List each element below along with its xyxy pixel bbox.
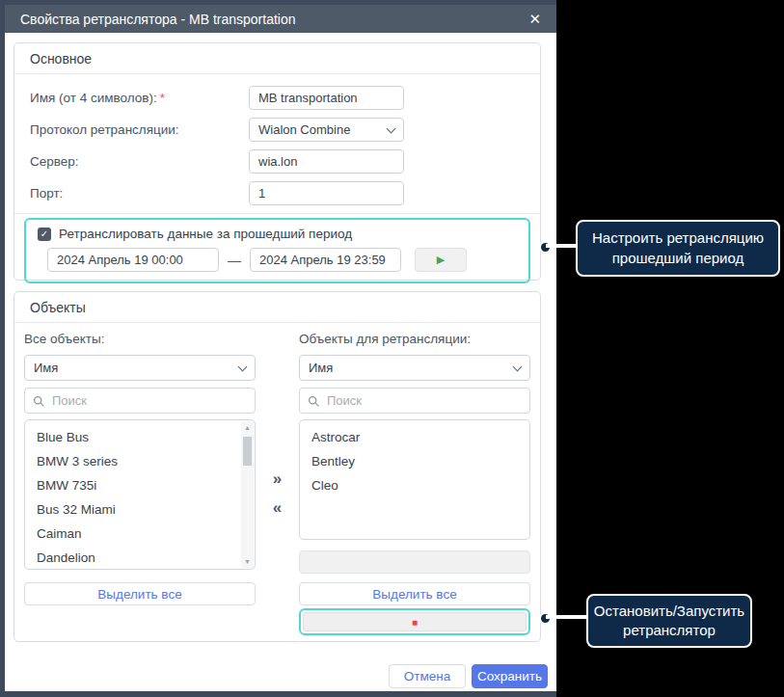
all-objects-search-input[interactable] — [24, 388, 256, 414]
retranslation-objects-label: Объекты для ретрансляции: — [299, 332, 530, 346]
callout-stop-start: Остановить/Запустить ретранслятор — [586, 594, 752, 648]
port-input[interactable] — [249, 181, 404, 205]
transfer-add-icon[interactable]: » — [273, 470, 282, 487]
dialog-frame: Свойства ретранслятора - MB transportati… — [0, 0, 556, 697]
objects-section-title: Объекты — [14, 292, 540, 323]
scroll-up-icon[interactable]: ▲ — [244, 424, 251, 431]
past-period-checkbox-checked[interactable]: ✓ — [38, 228, 51, 241]
retranslator-properties-dialog: Свойства ретранслятора - MB transportati… — [5, 5, 556, 691]
list-item[interactable]: Bentley — [300, 449, 529, 473]
date-range-separator: — — [228, 253, 241, 268]
required-mark: * — [160, 91, 165, 105]
protocol-label: Протокол ретрансляции: — [30, 122, 249, 137]
protocol-field-row: Протокол ретрансляции: Wialon Combine — [30, 118, 525, 142]
callout-connector-line — [546, 615, 588, 619]
retranslation-objects-sort-select[interactable]: Имя — [299, 355, 530, 381]
chevron-down-icon — [238, 362, 248, 371]
list-item[interactable]: Dandelion — [25, 546, 255, 570]
retranslation-objects-search-input[interactable] — [299, 388, 530, 414]
list-item[interactable]: Blue Bus — [25, 425, 255, 449]
transfer-controls: » « — [256, 326, 299, 635]
scrollbar-thumb[interactable] — [243, 437, 252, 466]
protocol-select-value: Wialon Combine — [258, 122, 350, 137]
cancel-button[interactable]: Отмена — [389, 664, 466, 688]
play-icon: ▶ — [437, 254, 445, 266]
stop-start-button-highlight: ■ — [299, 608, 530, 635]
retranslation-objects-search — [299, 388, 530, 414]
chevron-down-icon — [513, 362, 523, 371]
all-objects-select-all-button[interactable]: Выделить все — [24, 582, 256, 605]
close-icon[interactable]: ✕ — [528, 12, 541, 26]
list-item[interactable]: BMW 735i — [25, 473, 255, 497]
server-input[interactable] — [249, 149, 404, 174]
port-label: Порт: — [30, 186, 249, 201]
main-fields: Имя (от 4 символов):* Протокол ретрансля… — [14, 74, 540, 205]
main-section-title: Основное — [14, 43, 540, 74]
retranslation-progress-bar — [299, 550, 530, 574]
retranslation-objects-column: Объекты для ретрансляции: Имя Astrocar B… — [299, 326, 530, 635]
objects-section: Объекты Все объекты: Имя Bl — [14, 291, 541, 642]
port-field-row: Порт: — [30, 181, 525, 205]
all-objects-search — [24, 388, 256, 414]
name-input[interactable] — [249, 86, 404, 110]
name-field-row: Имя (от 4 символов):* — [30, 86, 525, 110]
retranslation-objects-select-all-button[interactable]: Выделить все — [299, 582, 530, 605]
past-period-panel: ✓ Ретранслировать данные за прошедший пе… — [24, 218, 530, 283]
list-item[interactable]: BMW 3 series — [25, 449, 255, 473]
divider — [14, 213, 540, 214]
date-from-input[interactable] — [47, 248, 219, 272]
all-objects-sort-select[interactable]: Имя — [24, 355, 256, 381]
stop-start-retranslator-button[interactable]: ■ — [303, 612, 527, 631]
objects-columns: Все объекты: Имя Blue Bus BMW 3 series — [14, 323, 540, 635]
name-label: Имя (от 4 символов):* — [30, 91, 249, 105]
main-section: Основное Имя (от 4 символов):* Протокол … — [14, 42, 541, 281]
search-icon — [33, 394, 45, 412]
server-field-row: Сервер: — [30, 149, 525, 174]
past-period-dates-row: — ▶ — [38, 248, 517, 272]
list-item[interactable]: Astrocar — [300, 425, 529, 449]
list-item[interactable]: Caiman — [25, 522, 255, 546]
callout-past-period: Настроить ретрансляцию прошедший период — [576, 220, 780, 277]
all-objects-list: Blue Bus BMW 3 series BMW 735i Bus 32 Mi… — [24, 419, 256, 570]
dialog-footer: Отмена Сохранить — [389, 664, 548, 688]
date-to-input[interactable] — [250, 248, 401, 272]
list-item[interactable]: Bus 32 Miami — [25, 497, 255, 522]
chevron-down-icon — [387, 123, 396, 133]
check-icon: ✓ — [41, 229, 48, 239]
save-button[interactable]: Сохранить — [472, 664, 548, 688]
retranslation-objects-list: Astrocar Bentley Cleo — [299, 419, 530, 540]
server-label: Сервер: — [30, 154, 249, 169]
transfer-remove-icon[interactable]: « — [273, 499, 282, 516]
stop-icon: ■ — [412, 617, 418, 628]
search-icon — [308, 394, 320, 412]
all-objects-label: Все объекты: — [24, 332, 256, 346]
dialog-header: Свойства ретранслятора - MB transportati… — [5, 5, 556, 33]
list-item[interactable]: Cleo — [300, 473, 529, 497]
list-scrollbar[interactable]: ▲ ▼ — [241, 421, 254, 568]
scroll-down-icon[interactable]: ▼ — [244, 558, 251, 565]
all-objects-sort-value: Имя — [34, 361, 58, 375]
protocol-select[interactable]: Wialon Combine — [249, 118, 404, 142]
past-period-label: Ретранслировать данные за прошедший пери… — [59, 227, 352, 241]
start-past-retranslation-button[interactable]: ▶ — [415, 248, 467, 272]
callout-connector-line — [546, 244, 578, 248]
past-period-checkbox-row: ✓ Ретранслировать данные за прошедший пе… — [38, 227, 517, 241]
retranslation-objects-sort-value: Имя — [309, 361, 333, 375]
dialog-title: Свойства ретранслятора - MB transportati… — [20, 12, 296, 27]
all-objects-column: Все объекты: Имя Blue Bus BMW 3 series — [24, 326, 256, 635]
